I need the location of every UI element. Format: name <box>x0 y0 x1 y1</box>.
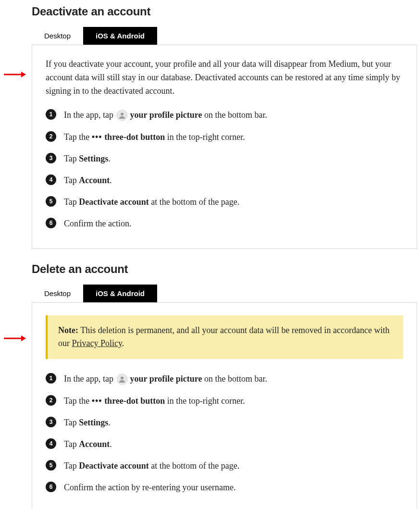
step-1: 1 In the app, tap your profile picture o… <box>46 109 403 122</box>
svg-marker-3 <box>21 335 26 341</box>
tab-ios-android[interactable]: iOS & Android <box>83 285 157 302</box>
tab-desktop[interactable]: Desktop <box>32 27 83 45</box>
step-text-plain: Confirm the action. <box>64 219 131 228</box>
step-number: 1 <box>46 109 56 120</box>
step-1: 1 In the app, tap your profile picture o… <box>46 372 403 386</box>
delete-section: Delete an account Desktop iOS & Android … <box>32 262 420 509</box>
annotation-arrow <box>4 72 26 77</box>
step-number: 4 <box>46 438 56 449</box>
step-number: 6 <box>46 482 56 492</box>
step-number: 5 <box>46 460 56 471</box>
step-text-pre: Tap the <box>64 132 92 142</box>
step-text-bold: Deactivate account <box>79 461 148 471</box>
three-dot-icon: ••• <box>92 132 102 142</box>
step-text-post: at the bottom of the page. <box>149 197 239 207</box>
profile-icon <box>116 110 128 121</box>
step-text-post: on the bottom bar. <box>202 110 267 120</box>
step-number: 3 <box>46 417 56 427</box>
step-text-post: at the bottom of the page. <box>149 461 239 471</box>
step-text-post: in the top-right corner. <box>165 132 245 142</box>
step-text-pre: Tap the <box>64 396 92 406</box>
svg-point-5 <box>121 377 124 380</box>
step-text-bold: Settings <box>79 154 108 163</box>
step-text-bold: Account <box>79 439 110 449</box>
step-4: 4 Tap Account. <box>46 174 403 187</box>
intro-text: If you deactivate your account, your pro… <box>46 58 403 98</box>
tab-ios-android[interactable]: iOS & Android <box>83 27 157 45</box>
tabs: Desktop iOS & Android <box>32 285 420 302</box>
three-dot-icon: ••• <box>92 396 102 406</box>
step-5: 5 Tap Deactivate account at the bottom o… <box>46 459 403 472</box>
step-text-post: . <box>110 175 112 185</box>
step-6: 6 Confirm the action by re-entering your… <box>46 481 403 494</box>
step-text-post: in the top-right corner. <box>165 396 245 406</box>
steps-list: 1 In the app, tap your profile picture o… <box>46 109 403 230</box>
privacy-policy-link[interactable]: Privacy Policy <box>72 338 122 348</box>
step-3: 3 Tap Settings. <box>46 416 403 429</box>
step-number: 4 <box>46 174 56 185</box>
section-heading: Delete an account <box>32 262 420 276</box>
tab-desktop[interactable]: Desktop <box>32 285 83 302</box>
svg-marker-1 <box>21 72 26 77</box>
step-text-bold: Account <box>79 175 110 185</box>
step-number: 3 <box>46 153 56 163</box>
step-text-pre: Tap <box>64 461 79 471</box>
deactivate-section: Deactivate an account Desktop iOS & Andr… <box>32 5 420 249</box>
annotation-arrow <box>4 335 26 341</box>
step-number: 2 <box>46 131 56 142</box>
svg-point-4 <box>121 112 124 115</box>
step-text-plain: Confirm the action by re-entering your u… <box>64 483 235 492</box>
step-2: 2 Tap the ••• three-dot button in the to… <box>46 131 403 144</box>
step-text-post: . <box>108 154 111 163</box>
note-post: . <box>122 338 124 348</box>
step-text-pre: Tap <box>64 175 79 185</box>
step-text-pre: Tap <box>64 197 79 207</box>
step-text-bold: your profile picture <box>130 110 202 120</box>
step-text-pre: Tap <box>64 418 79 427</box>
step-6: 6 Confirm the action. <box>46 217 403 230</box>
note-callout: Note: This deletion is permanent, and al… <box>46 315 403 360</box>
step-3: 3 Tap Settings. <box>46 152 403 165</box>
note-text: Note: This deletion is permanent, and al… <box>58 324 393 351</box>
step-number: 5 <box>46 196 56 207</box>
tabs: Desktop iOS & Android <box>32 27 420 45</box>
step-text-pre: Tap <box>64 439 79 449</box>
step-4: 4 Tap Account. <box>46 438 403 451</box>
step-text-bold: Settings <box>79 418 108 427</box>
step-5: 5 Tap Deactivate account at the bottom o… <box>46 196 403 209</box>
profile-icon <box>116 373 128 385</box>
step-text-pre: In the app, tap <box>64 110 115 120</box>
section-heading: Deactivate an account <box>32 5 420 18</box>
step-text-bold: your profile picture <box>130 374 202 384</box>
steps-list: 1 In the app, tap your profile picture o… <box>46 372 403 494</box>
step-text-bold: Deactivate account <box>79 197 148 207</box>
step-text-pre: In the app, tap <box>64 374 115 384</box>
step-text-pre: Tap <box>64 154 79 163</box>
step-number: 1 <box>46 373 56 384</box>
step-text-bold: three-dot button <box>104 132 165 142</box>
panel: If you deactivate your account, your pro… <box>32 45 417 249</box>
step-number: 6 <box>46 218 56 228</box>
step-text-bold: three-dot button <box>104 396 165 406</box>
panel: Note: This deletion is permanent, and al… <box>32 302 417 509</box>
step-number: 2 <box>46 395 56 406</box>
step-2: 2 Tap the ••• three-dot button in the to… <box>46 395 403 408</box>
step-text-post: . <box>110 439 112 449</box>
note-label: Note: <box>58 325 78 335</box>
step-text-post: on the bottom bar. <box>202 374 267 384</box>
step-text-post: . <box>108 418 111 427</box>
